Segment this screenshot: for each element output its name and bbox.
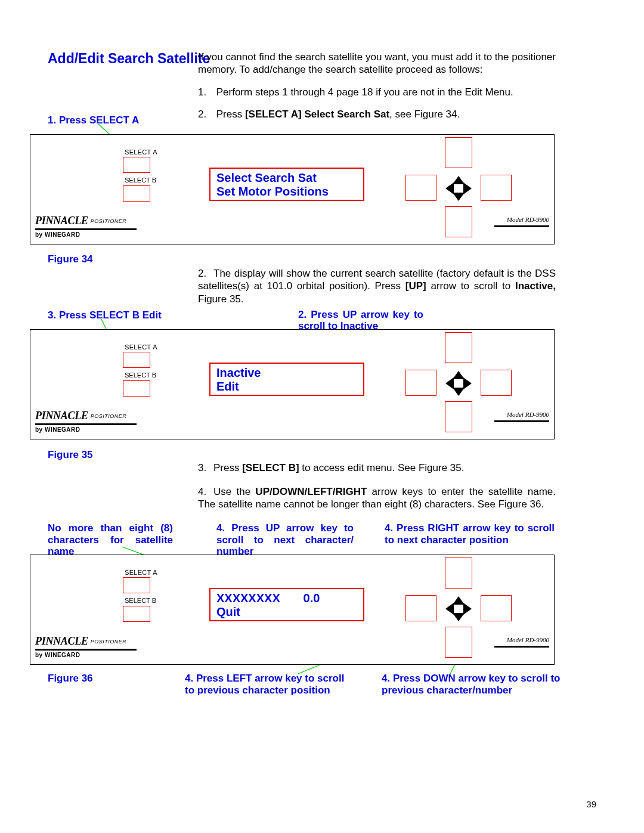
right-arrow-button[interactable] [481, 595, 512, 621]
brand-sub: POSITIONER [91, 218, 127, 224]
svg-marker-9 [445, 377, 454, 389]
body3-a: Press [213, 462, 242, 473]
label-right-next-pos: 4. Press RIGHT arrow key to scroll to ne… [385, 522, 555, 546]
lcd-line1: Inactive [216, 366, 261, 379]
body3-b: [SELECT B] [242, 462, 299, 473]
right-arrow-button[interactable] [481, 175, 512, 201]
figure-36-label: Figure 36 [48, 673, 93, 685]
label-press-select-a: 1. Press SELECT A [48, 114, 139, 126]
select-a-button[interactable] [123, 577, 150, 593]
lcd-line2: Edit [216, 380, 239, 393]
brand-rule [35, 228, 137, 230]
dpad-center-icon [444, 175, 473, 202]
device-panel-fig35: SELECT A SELECT B PINNACLEPOSITIONER by … [30, 329, 555, 439]
lcd-line2: Set Motor Positions [216, 185, 329, 198]
dpad [394, 332, 525, 436]
left-arrow-button[interactable] [405, 595, 436, 621]
up-arrow-button[interactable] [445, 137, 472, 168]
brand-name: PINNACLE [35, 410, 88, 422]
svg-marker-7 [453, 371, 465, 379]
figure-35-label: Figure 35 [48, 449, 93, 461]
select-a-label: SELECT A [125, 148, 157, 156]
section-title: Add/Edit Search Satellite [48, 51, 210, 67]
select-b-button[interactable] [123, 606, 150, 622]
select-a-button[interactable] [123, 157, 150, 173]
left-arrow-button[interactable] [405, 175, 436, 201]
down-arrow-button[interactable] [445, 401, 472, 432]
up-arrow-button[interactable] [445, 558, 472, 589]
brand-rule [35, 423, 137, 425]
select-a-button[interactable] [123, 352, 150, 368]
step-2-body: 2.The display will show the current sear… [198, 267, 556, 305]
dpad [394, 137, 525, 241]
lcd-display: Inactive Edit [209, 363, 364, 396]
right-arrow-button[interactable] [481, 370, 512, 396]
step-4-num: 4. [198, 485, 213, 498]
device-panel-fig34: SELECT A SELECT B PINNACLEPOSITIONER by … [30, 134, 555, 244]
svg-marker-8 [453, 388, 465, 396]
body4-b: UP/DOWN/LEFT/RIGHT [255, 486, 367, 497]
step-4-body: 4.Use the UP/DOWN/LEFT/RIGHT arrow keys … [198, 485, 556, 511]
svg-marker-17 [453, 613, 465, 621]
step-1: 1. Perform steps 1 through 4 page 18 if … [198, 86, 556, 98]
left-arrow-button[interactable] [405, 370, 436, 396]
brand-rule [35, 649, 137, 651]
svg-marker-10 [463, 377, 472, 389]
step-1-num: 1. [198, 86, 213, 98]
svg-marker-18 [445, 603, 454, 615]
body2-c: arrow to scroll to [426, 280, 515, 292]
brand-block: PINNACLEPOSITIONER by WINEGARD [35, 215, 140, 238]
body3-c: to access edit menu. See Figure 35. [299, 462, 465, 473]
step-2-num: 2. [198, 267, 213, 280]
step-2a-suffix: , see Figure 34. [389, 109, 460, 120]
svg-marker-1 [453, 176, 465, 184]
brand-name: PINNACLE [35, 635, 88, 647]
brand-by: by WINEGARD [35, 652, 140, 658]
label-press-up-inactive: 2. Press UP arrow key to scroll to Inact… [298, 309, 423, 332]
figure-34-label: Figure 34 [48, 253, 93, 265]
page-number: 39 [586, 799, 596, 809]
step-3-body: 3.Press [SELECT B] to access edit menu. … [198, 462, 556, 474]
select-a-label: SELECT A [125, 343, 157, 351]
down-arrow-button[interactable] [445, 206, 472, 237]
step-3-num: 3. [198, 462, 213, 474]
svg-marker-16 [453, 596, 465, 605]
up-arrow-button[interactable] [445, 332, 472, 363]
svg-marker-19 [463, 603, 472, 615]
dpad-center-icon [444, 595, 473, 623]
step-2a-bold: [SELECT A] Select Search Sat [245, 109, 389, 120]
step-2a-num: 2. [198, 109, 213, 120]
step-2a: 2. Press [SELECT A] Select Search Sat, s… [198, 109, 556, 120]
select-b-label: SELECT B [125, 176, 156, 184]
brand-block: PINNACLEPOSITIONER by WINEGARD [35, 635, 140, 658]
select-b-button[interactable] [123, 380, 150, 397]
body2-d: Inactive, [515, 280, 556, 292]
select-b-button[interactable] [123, 185, 150, 202]
lcd-display: XXXXXXXX 0.0 Quit [209, 588, 364, 621]
label-left-prev-pos: 4. Press LEFT arrow key to scroll to pre… [185, 673, 352, 696]
brand-by: by WINEGARD [35, 231, 140, 238]
lcd-line1: XXXXXXXX 0.0 [216, 592, 320, 605]
down-arrow-button[interactable] [445, 627, 472, 658]
brand-name: PINNACLE [35, 215, 88, 227]
svg-marker-2 [453, 193, 465, 201]
lcd-display: Select Search Sat Set Motor Positions [209, 168, 364, 201]
label-down-prev-char: 4. Press DOWN arrow key to scroll to pre… [382, 673, 561, 696]
select-b-label: SELECT B [125, 597, 156, 604]
select-a-label: SELECT A [125, 569, 157, 576]
step-2a-prefix: Press [216, 109, 245, 120]
brand-block: PINNACLEPOSITIONER by WINEGARD [35, 410, 140, 433]
body4-a: Use the [213, 486, 255, 497]
svg-marker-3 [445, 182, 454, 194]
lcd-line1: Select Search Sat [216, 171, 317, 184]
label-eight-chars: No more than eight (8) characters for sa… [48, 522, 173, 558]
svg-marker-4 [463, 182, 472, 194]
device-panel-fig36: SELECT A SELECT B PINNACLEPOSITIONER by … [30, 555, 555, 665]
label-up-next-char: 4. Press UP arrow key to scroll to next … [216, 522, 354, 558]
brand-sub: POSITIONER [91, 639, 127, 645]
body2-e: Figure 35. [198, 293, 244, 305]
lcd-line2: Quit [216, 605, 240, 618]
dpad-center-icon [444, 370, 473, 397]
label-press-select-b-edit: 3. Press SELECT B Edit [48, 309, 162, 321]
dpad [394, 558, 525, 662]
